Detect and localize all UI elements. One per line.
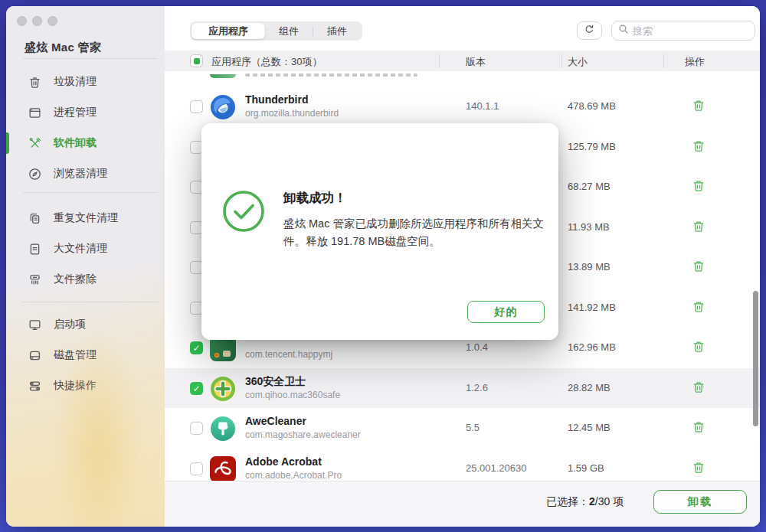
sidebar-item-shredder[interactable]: 文件擦除: [20, 264, 158, 295]
thunderbird-icon: [210, 94, 236, 120]
row-checkbox[interactable]: ✓: [190, 382, 203, 395]
select-all-checkbox[interactable]: [190, 54, 203, 67]
tab-components[interactable]: 组件: [265, 23, 313, 39]
table-header-title: 应用程序（总数：30项）: [211, 55, 322, 69]
sidebar-item-duplicate-files[interactable]: 重复文件清理: [20, 203, 158, 233]
dialog-ok-button[interactable]: 好的: [467, 301, 545, 323]
app-size: 12.45 MB: [568, 422, 611, 433]
trash-icon: [27, 74, 42, 90]
app-size: 478.69 MB: [568, 100, 616, 112]
row-delete-button[interactable]: [690, 179, 707, 196]
trash-icon: [692, 179, 705, 196]
trash-icon: [692, 420, 705, 437]
table-row-partial: [165, 71, 760, 77]
app-bundle-id: com.adobe.Acrobat.Pro: [245, 470, 342, 481]
toggles-icon: [27, 378, 42, 393]
uninstall-button[interactable]: 卸载: [653, 490, 747, 514]
sidebar-item-trash[interactable]: 垃圾清理: [20, 67, 158, 97]
sidebar-item-process-window[interactable]: 进程管理: [20, 97, 158, 128]
row-delete-button[interactable]: [690, 220, 707, 237]
row-checkbox[interactable]: [190, 100, 203, 113]
app-version: 25.001.20630: [466, 462, 527, 474]
window-controls: [17, 16, 57, 26]
search-field[interactable]: [611, 21, 755, 41]
table-row: Adobe Acrobatcom.adobe.Acrobat.Pro25.001…: [165, 449, 760, 481]
app-bundle-id: com.tencent.happymj: [245, 349, 332, 360]
app-version: 5.5: [466, 422, 480, 433]
row-delete-button[interactable]: [690, 461, 707, 478]
app-title: 盛炫 Mac 管家: [25, 41, 101, 55]
sidebar-item-label: 快捷操作: [54, 379, 97, 393]
trash-icon: [692, 139, 705, 156]
row-delete-button[interactable]: [690, 380, 707, 397]
sidebar-item-disk[interactable]: 磁盘管理: [20, 340, 158, 370]
sidebar: 盛炫 Mac 管家 垃圾清理进程管理软件卸载浏览器清理重复文件清理大文件清理文件…: [6, 6, 165, 527]
close-window-button[interactable]: [17, 16, 27, 26]
success-check-icon: [222, 190, 265, 236]
partial-app-icon: [210, 74, 236, 78]
row-checkbox[interactable]: [190, 462, 203, 475]
row-delete-button[interactable]: [690, 300, 707, 317]
row-checkbox[interactable]: ✓: [190, 341, 203, 354]
sidebar-item-label: 大文件清理: [54, 242, 107, 256]
sidebar-item-label: 启动项: [54, 318, 86, 331]
sidebar-item-label: 文件擦除: [54, 273, 97, 286]
sidebar-item-toggles[interactable]: 快捷操作: [20, 370, 158, 401]
zoom-window-button[interactable]: [47, 16, 57, 26]
refresh-icon: [584, 24, 595, 38]
trash-icon: [692, 259, 705, 276]
tab-applications[interactable]: 应用程序: [192, 23, 265, 39]
360-safe-icon: [210, 376, 236, 402]
desktop-background: 盛炫 Mac 管家 垃圾清理进程管理软件卸载浏览器清理重复文件清理大文件清理文件…: [0, 0, 766, 532]
sidebar-item-monitor[interactable]: 启动项: [20, 309, 158, 340]
sidebar-divider: [23, 192, 158, 193]
sidebar-item-label: 浏览器清理: [54, 167, 107, 181]
awecleaner-icon: [210, 416, 236, 442]
app-name: Thunderbird: [245, 93, 308, 106]
partial-bundle-text: [245, 73, 417, 77]
dialog-title: 卸载成功！: [283, 190, 347, 207]
column-header-version: 版本: [466, 55, 486, 69]
search-input[interactable]: [633, 25, 732, 37]
app-size: 141.92 MB: [568, 302, 616, 313]
app-name: 360安全卫士: [245, 375, 306, 389]
column-header-action: 操作: [685, 55, 705, 69]
column-separator: [663, 54, 664, 68]
app-bundle-id: org.mozilla.thunderbird: [245, 108, 339, 119]
uninstall-tools-icon: [27, 135, 42, 151]
tab-plugins[interactable]: 插件: [313, 23, 361, 39]
sidebar-divider: [23, 58, 158, 59]
row-delete-button[interactable]: [690, 259, 707, 276]
app-size: 28.82 MB: [568, 382, 611, 393]
app-name: AweCleaner: [245, 415, 306, 427]
sidebar-item-uninstall-tools[interactable]: 软件卸载: [20, 128, 158, 158]
app-window: 盛炫 Mac 管家 垃圾清理进程管理软件卸载浏览器清理重复文件清理大文件清理文件…: [6, 6, 760, 527]
row-delete-button[interactable]: [690, 340, 707, 357]
trash-icon: [692, 380, 705, 397]
refresh-button[interactable]: [577, 21, 602, 40]
app-name: Adobe Acrobat: [245, 455, 322, 468]
disk-icon: [27, 348, 42, 363]
scrollbar-thumb[interactable]: [753, 291, 758, 426]
row-delete-button[interactable]: [690, 99, 707, 116]
selected-count-label: 已选择：2/30 项: [546, 495, 624, 509]
sidebar-divider: [23, 302, 158, 302]
trash-icon: [692, 99, 705, 116]
duplicate-files-icon: [27, 211, 42, 226]
table-row: ✓360安全卫士com.qihoo.mac360safe1.2.628.82 M…: [165, 368, 760, 409]
footer-bar: 已选择：2/30 项 卸载: [165, 481, 760, 527]
sidebar-item-label: 进程管理: [54, 106, 97, 119]
sidebar-item-label: 软件卸载: [54, 136, 97, 150]
sidebar-item-large-file[interactable]: 大文件清理: [20, 233, 158, 264]
app-bundle-id: com.qihoo.mac360safe: [245, 390, 340, 400]
sidebar-item-label: 垃圾清理: [54, 75, 97, 89]
row-delete-button[interactable]: [690, 139, 707, 156]
row-delete-button[interactable]: [690, 420, 707, 437]
search-icon: [618, 24, 629, 38]
sidebar-item-compass[interactable]: 浏览器清理: [20, 158, 158, 189]
category-tabs: 应用程序 组件 插件: [190, 21, 362, 41]
table-header: 应用程序（总数：30项） 版本 大小 操作: [165, 51, 760, 71]
selected-count-value: 2: [589, 495, 595, 508]
minimize-window-button[interactable]: [32, 16, 42, 26]
row-checkbox[interactable]: [190, 422, 203, 435]
